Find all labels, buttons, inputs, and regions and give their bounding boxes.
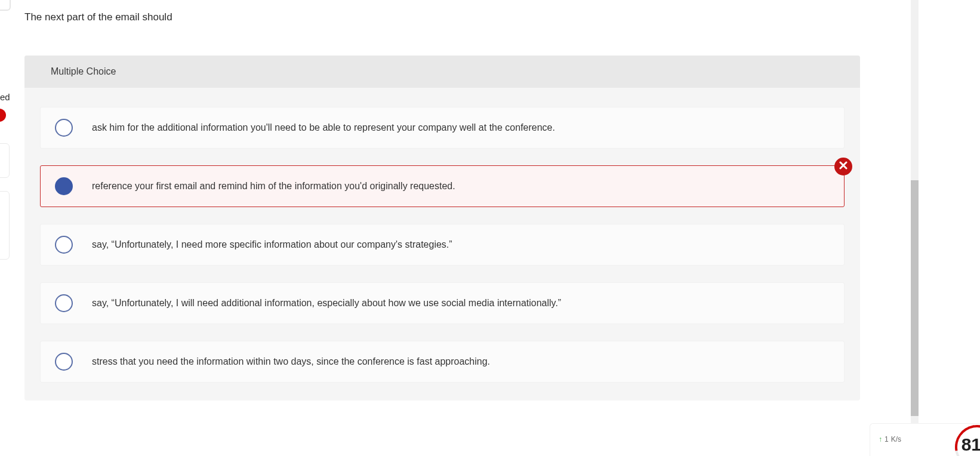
- option-row[interactable]: say, “Unfortunately, I will need additio…: [40, 282, 845, 324]
- option-text: stress that you need the information wit…: [92, 356, 490, 367]
- cropped-text-fragment: ed: [0, 92, 10, 102]
- cropped-box-fragment: [0, 0, 11, 11]
- option-row[interactable]: say, “Unfortunately, I need more specifi…: [40, 224, 845, 266]
- radio-unchecked-icon[interactable]: [55, 236, 73, 254]
- page-root: ed The next part of the email should Mul…: [0, 0, 980, 456]
- radio-unchecked-icon[interactable]: [55, 294, 73, 312]
- speed-unit: K/s: [891, 436, 901, 443]
- option-text: say, “Unfortunately, I need more specifi…: [92, 239, 452, 250]
- scrollbar-thumb[interactable]: [911, 180, 919, 416]
- cropped-panel-fragment-1: [0, 143, 10, 178]
- cropped-panel-fragment-2: [0, 191, 10, 260]
- cropped-red-indicator: [0, 109, 6, 122]
- speed-value: 1: [885, 436, 889, 443]
- arrow-up-icon: ↑: [879, 436, 882, 443]
- close-icon: [839, 161, 848, 172]
- scrollbar-track[interactable]: [911, 0, 919, 456]
- options-container: ask him for the additional information y…: [24, 88, 860, 383]
- multiple-choice-panel: Multiple Choice ask him for the addition…: [24, 56, 860, 400]
- option-text: say, “Unfortunately, I will need additio…: [92, 298, 561, 309]
- network-speed-overlay: ↑ 1 K/s 81: [870, 423, 980, 456]
- radio-unchecked-icon[interactable]: [55, 353, 73, 371]
- option-row[interactable]: ask him for the additional information y…: [40, 107, 845, 149]
- radio-unchecked-icon[interactable]: [55, 119, 73, 137]
- incorrect-badge: [834, 158, 852, 175]
- option-row[interactable]: stress that you need the information wit…: [40, 341, 845, 383]
- option-text: reference your first email and remind hi…: [92, 181, 455, 192]
- multiple-choice-header: Multiple Choice: [24, 56, 860, 88]
- upload-speed: ↑ 1 K/s: [879, 436, 901, 443]
- question-text: The next part of the email should: [24, 11, 172, 23]
- progress-value: 81: [961, 435, 980, 455]
- option-text: ask him for the additional information y…: [92, 122, 555, 133]
- radio-checked-icon[interactable]: [55, 177, 73, 195]
- option-row-selected-incorrect[interactable]: reference your first email and remind hi…: [40, 165, 845, 207]
